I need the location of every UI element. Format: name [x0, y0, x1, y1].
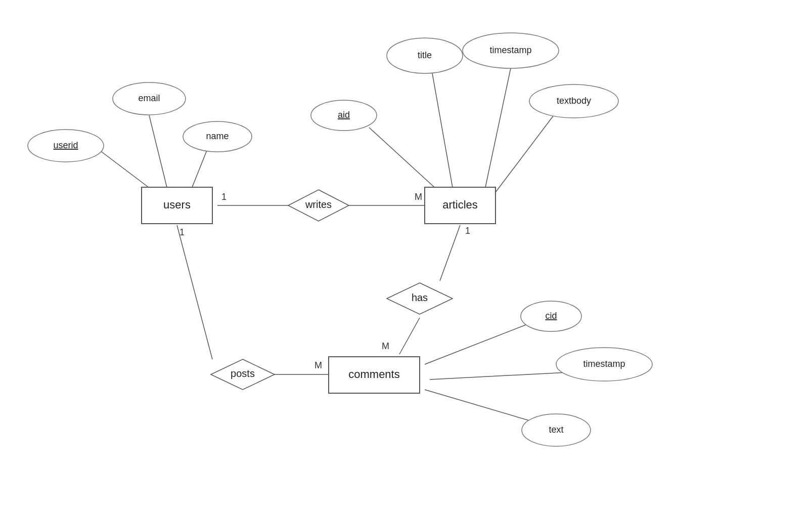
card-comments-posts: M — [314, 360, 322, 370]
attr-aid-label: aid — [338, 110, 350, 120]
svg-line-11 — [177, 225, 212, 359]
svg-line-7 — [485, 68, 511, 187]
card-articles-writes: M — [415, 192, 422, 202]
svg-line-10 — [399, 318, 420, 354]
entity-comments-label: comments — [348, 368, 399, 381]
card-users-posts: 1 — [179, 227, 185, 237]
svg-line-13 — [425, 324, 528, 364]
attr-textbody-label: textbody — [557, 96, 591, 106]
svg-line-6 — [432, 73, 453, 187]
attr-email-label: email — [138, 93, 160, 103]
svg-line-9 — [440, 225, 460, 281]
attr-name-label: name — [206, 131, 229, 141]
svg-line-8 — [495, 115, 554, 192]
entity-articles-label: articles — [442, 198, 478, 211]
attr-title-label: title — [418, 50, 432, 60]
svg-line-1 — [149, 115, 167, 187]
attr-timestamp-comments-label: timestamp — [583, 359, 625, 369]
attr-userid-label: userid — [53, 140, 78, 150]
svg-line-15 — [425, 390, 536, 423]
entity-users-label: users — [163, 198, 191, 211]
svg-line-14 — [430, 372, 576, 380]
attr-text-label: text — [549, 425, 563, 435]
card-articles-has: 1 — [465, 226, 470, 236]
svg-line-2 — [192, 149, 207, 187]
relation-posts-label: posts — [231, 368, 255, 379]
attr-timestamp-articles-label: timestamp — [489, 45, 531, 55]
relation-has-label: has — [412, 292, 428, 303]
svg-line-5 — [369, 128, 440, 192]
card-comments-has: M — [382, 341, 389, 351]
relation-writes-label: writes — [305, 199, 332, 210]
attr-cid-label: cid — [545, 311, 557, 321]
card-users-writes: 1 — [221, 192, 227, 202]
